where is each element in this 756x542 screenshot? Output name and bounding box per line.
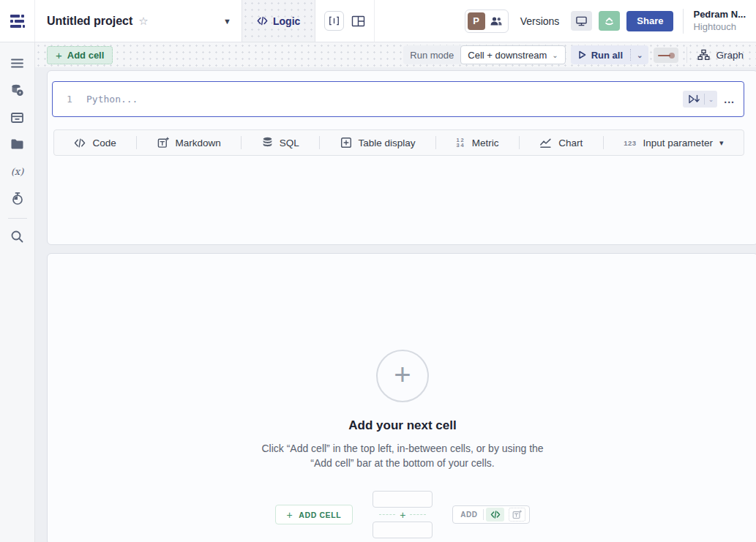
tab-logic[interactable]: Logic [242,0,315,42]
top-bar: Untitled project ☆ ▼ Logic [0,0,756,42]
graph-button[interactable]: Graph [695,49,746,61]
run-advance-icon [688,94,700,104]
empty-state-title: Add your next cell [348,418,456,433]
chart-line-icon [539,138,552,148]
sidebar-item-search[interactable] [6,225,29,248]
focus-view-button[interactable] [324,11,344,31]
layout-grid-icon [351,15,365,27]
tab-strip: Logic [242,0,375,42]
kernel-status-toggle[interactable] [654,48,678,63]
graph-icon [697,49,710,61]
cell-type-markdown[interactable]: Markdown [153,137,225,148]
cell-type-sql[interactable]: SQL [258,137,304,148]
versions-button[interactable]: Versions [515,15,565,27]
markdown-icon [157,137,169,148]
run-cell-button[interactable]: ⌄ [683,91,718,108]
brackets-icon [329,16,340,26]
chevron-down-icon[interactable]: ⌄ [705,96,718,103]
run-all-button[interactable]: Run all ⌄ [571,45,649,64]
run-mode-value: Cell + downstream [468,50,547,61]
chevron-down-icon[interactable]: ⌄ [631,51,648,59]
project-menu-caret-icon[interactable]: ▼ [223,17,231,26]
user-name: Pedram N... [693,9,746,20]
code-cell[interactable]: 1 Python... ⌄ ... [52,81,744,117]
cell-type-code-label: Code [92,138,116,148]
divider [483,509,484,520]
run-cell-main[interactable] [683,94,704,104]
code-editor-placeholder[interactable]: Python... [86,94,138,105]
run-all-main[interactable]: Run all [571,50,630,61]
menu-icon [11,59,23,68]
cell-type-metric[interactable]: 12 34 Metric [452,138,503,148]
main-area: + Add cell Run mode Cell + downstream ⌄ … [35,42,756,542]
cell-type-divider [319,136,320,149]
input-parameter-icon: 123 [624,139,636,147]
cell-type-table-label: Table display [359,138,416,148]
cell-type-input-parameter-label: Input parameter [643,138,713,148]
star-icon[interactable]: ☆ [138,15,148,28]
kernel-dot-icon [669,53,675,59]
plus-icon: + [400,509,405,521]
present-button[interactable] [571,11,592,31]
plus-icon: + [56,50,62,61]
publish-arrow-icon [603,15,615,27]
share-button[interactable]: Share [626,11,673,31]
user-block[interactable]: Pedram N... Hightouch [693,9,747,33]
cell-type-bar: Code Markdown SQL [53,129,744,156]
graph-label: Graph [716,50,744,61]
cell-type-sql-label: SQL [280,138,299,148]
cell-actions: ⌄ ... [683,91,744,108]
illustration-code-chip [486,508,504,522]
monitor-icon [575,15,588,27]
canvas-toolbar-right: Run mode Cell + downstream ⌄ Run all ⌄ [403,45,746,64]
cell-type-divider [519,136,520,149]
project-title[interactable]: Untitled project [47,15,132,28]
sidebar-divider [8,218,27,219]
metric-icon: 12 34 [456,138,465,148]
collaborators-group[interactable]: P [465,10,509,33]
box-icon [10,111,24,124]
chevron-down-icon: ⌄ [552,51,558,59]
cell-type-code[interactable]: Code [70,138,120,148]
add-cell-button[interactable]: + Add cell [47,46,113,64]
sidebar-item-scheduled-runs[interactable] [6,187,29,210]
split-layout-button[interactable] [351,15,365,27]
database-bolt-icon [10,83,24,97]
app-logo-icon [10,15,25,28]
stopwatch-icon [11,192,24,206]
plus-icon: + [287,509,293,521]
sidebar-item-data-sources[interactable] [6,78,29,102]
play-icon [578,50,586,59]
search-icon [10,230,24,244]
illustration-between-cells: + [373,491,433,538]
run-mode-select[interactable]: Cell + downstream ⌄ [460,45,565,64]
empty-state-panel: + Add your next cell Click “Add cell” in… [47,253,756,542]
sidebar-item-packages[interactable] [6,105,29,129]
people-icon [489,15,504,27]
sidebar-item-variables[interactable]: (x) [6,159,29,183]
cell-type-input-parameter[interactable]: 123 Input parameter ▾ [619,138,727,148]
app-logo[interactable] [0,0,35,42]
dash-line [410,514,426,515]
run-mode-label: Run mode [403,50,460,61]
empty-state-illustrations: + ADD CELL + ADD [275,491,531,538]
publish-button[interactable] [599,11,620,31]
code-icon [490,511,501,519]
sidebar-item-outline[interactable] [6,51,29,75]
cell-type-table-display[interactable]: Table display [336,137,420,148]
sidebar-item-files[interactable] [6,132,29,156]
cell-type-divider [435,136,436,149]
plus-icon: + [394,374,411,377]
illustration-cell-box [373,491,433,508]
cell-type-chart[interactable]: Chart [535,138,587,148]
topbar-divider [683,9,684,34]
tab-logic-label: Logic [273,15,300,27]
cell-type-metric-label: Metric [472,138,499,148]
add-next-cell-button[interactable]: + [376,350,429,402]
table-plus-icon [340,137,352,148]
cell-type-divider [241,136,242,149]
illustration-add-cell-label: ADD CELL [299,511,341,519]
avatar: P [468,12,485,30]
run-mode-group: Run mode Cell + downstream ⌄ [403,45,565,64]
cell-menu-button[interactable]: ... [724,94,735,105]
